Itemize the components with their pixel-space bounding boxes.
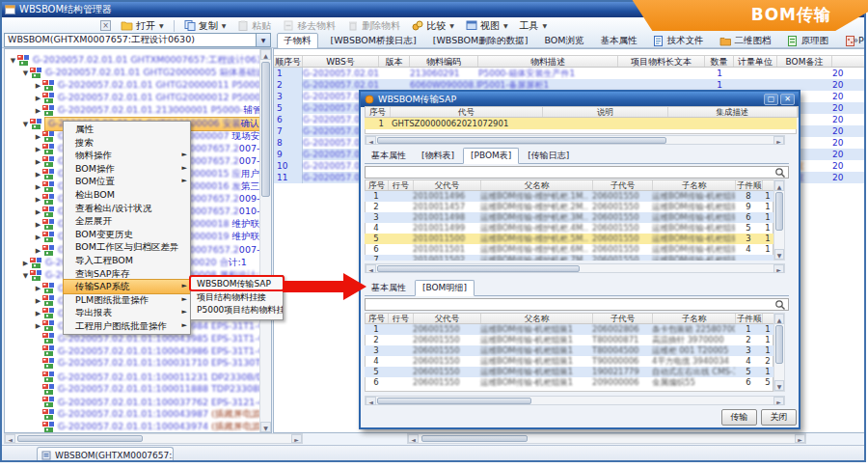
detail-row[interactable]: 4206001550运维BOM传输-机柜组装1T900000064平方电缆 39… — [365, 356, 773, 367]
tab-3[interactable]: [WBSBOM删除的数据] — [429, 34, 532, 48]
toolbar-button-6[interactable]: 比较▼ — [407, 18, 459, 34]
scroll-down-icon[interactable]: ▼ — [774, 249, 784, 260]
dock-icon[interactable]: × — [100, 20, 111, 31]
collapse-arrow-icon[interactable]: ▶ — [34, 133, 42, 141]
collapse-arrow-icon[interactable]: ▶ — [34, 234, 42, 241]
bom-detail-search-input[interactable] — [365, 298, 789, 311]
collapse-arrow-icon[interactable]: ▶ — [34, 221, 42, 229]
collapse-arrow-icon[interactable]: ▶ — [34, 82, 42, 90]
expand-arrow-icon[interactable]: ▼ — [21, 121, 30, 128]
collapse-arrow-icon[interactable]: ▶ — [34, 158, 42, 166]
hscroll-thumb[interactable] — [377, 398, 531, 404]
table-horizontal-scrollbar[interactable]: ◄ ► — [407, 433, 806, 444]
detail-row[interactable]: 22010011457运维BOM传输-维护机柜.2M..206001550运维B… — [365, 202, 773, 212]
collapse-arrow-icon[interactable]: ▶ — [34, 107, 42, 115]
table-hscroll-thumb[interactable] — [421, 435, 528, 442]
submenu-item-3[interactable]: P5000项目结构物料挂接 — [191, 304, 283, 317]
tree-item[interactable]: G-2020057.02.01.01:100043986 EPS-31T1-G-… — [34, 344, 259, 357]
menu-item-8[interactable]: 全层展开 — [64, 214, 190, 228]
collapse-arrow-icon[interactable]: ▶ — [34, 310, 42, 317]
tree-item[interactable]: G-2020057.02.01.01:100031710 EPS-3130T1-… — [34, 357, 259, 370]
dialog-close-button[interactable]: 关闭 — [761, 409, 797, 426]
detail-row[interactable]: 72010011502运维BOM传输-维护机柜.7M..206001550运维B… — [365, 255, 773, 261]
tab-2[interactable]: [WBSBOM桥接日志] — [327, 34, 420, 48]
detail-row[interactable]: 6206001550运维BOM传输-机柜组装1209000006金属编织5565 — [365, 377, 773, 388]
collapse-arrow-icon[interactable]: ▶ — [34, 247, 42, 255]
menu-item-6[interactable]: 检出BOM — [64, 188, 190, 202]
detail-row[interactable]: 42010011499运维BOM传输-维护机柜.4M..206001550运维B… — [365, 223, 773, 234]
table-row[interactable]: 1G-2020057.02.01.01213060291P5000-箱体安装生产… — [274, 68, 866, 79]
menu-item-13[interactable]: 传输SAP系统► — [64, 280, 190, 293]
collapse-arrow-icon[interactable]: ▶ — [34, 95, 42, 102]
expand-arrow-icon[interactable]: ▼ — [9, 57, 17, 65]
menu-item-12[interactable]: 查询SAP库存 — [64, 267, 190, 281]
menu-item-3[interactable]: 物料操作► — [64, 149, 190, 162]
collapse-arrow-icon[interactable]: ▶ — [34, 196, 42, 204]
menu-item-10[interactable]: BOM工作区与归档区差异 — [64, 240, 190, 254]
detail-row[interactable]: 3206001550运维BOM传输-机柜组装1T80004500运维柜 001 … — [365, 345, 773, 356]
tree-scroll-thumb[interactable] — [261, 62, 270, 197]
scroll-right-icon[interactable]: ► — [291, 434, 302, 443]
collapse-arrow-icon[interactable]: ▶ — [34, 183, 42, 191]
submenu-item-2[interactable]: 项目结构物料挂接 — [191, 291, 283, 305]
collapse-arrow-icon[interactable]: ▶ — [34, 297, 42, 305]
bom-selector[interactable]: WBSBOM(GHTXM0007657:工程设计0630) ▼ — [4, 33, 271, 47]
menu-item-15[interactable]: 导出报表► — [64, 306, 190, 319]
scroll-left-icon[interactable]: ◄ — [366, 264, 376, 273]
pbom-vscrollbar[interactable]: ▲ ▼ — [773, 179, 785, 261]
tree-vertical-scrollbar[interactable]: ▲ ▼ — [259, 49, 271, 432]
expand-arrow-icon[interactable]: ▼ — [21, 272, 30, 280]
tab-1[interactable]: 子物料 — [277, 33, 318, 49]
tab-6[interactable]: 技术文件 — [649, 34, 707, 48]
tab-8[interactable]: 原理图 — [783, 34, 832, 48]
detail-row[interactable]: 32010011498运维BOM传输-维护机柜.3M..206001550运维B… — [365, 212, 773, 223]
scroll-up-icon[interactable]: ▲ — [774, 314, 784, 324]
tab-5[interactable]: 基本属性 — [596, 34, 640, 48]
tree-item[interactable]: G-2020057.02.01.01:100011888 TDP23308P/B… — [34, 383, 259, 396]
pbom-hscrollbar[interactable]: ◄ ► — [365, 263, 785, 273]
scroll-up-icon[interactable]: ▲ — [260, 49, 271, 60]
scroll-down-icon[interactable]: ▼ — [260, 422, 271, 432]
vscroll-thumb[interactable] — [775, 325, 783, 364]
scroll-up-icon[interactable]: ▲ — [774, 180, 784, 191]
document-tab[interactable]: WBSBOM(GHTXM0007657:工程.. × — [37, 447, 174, 462]
toolbar-button-8[interactable]: 工具▼ — [515, 18, 553, 34]
tree-item[interactable]: ▶G-2020057.02.01.01.213000001 P5000-辅管辅助… — [34, 104, 259, 117]
toolbar-button-2[interactable]: 复制▼ — [179, 18, 231, 34]
tab-7[interactable]: 二维图档 — [716, 34, 774, 48]
detail-row[interactable]: 1206001550运维BOM传输-机柜组装1206002806条卡包装箱 22… — [365, 324, 773, 335]
toolbar-button-7[interactable]: 视图▼ — [461, 18, 513, 34]
tab-4[interactable]: BOM浏览 — [540, 34, 587, 48]
menu-item-1[interactable]: 属性 — [64, 123, 190, 136]
detail-row[interactable]: 12010011496运维BOM传输-维护机柜.1M..206001550运维B… — [365, 191, 773, 202]
collapse-arrow-icon[interactable]: ▶ — [34, 285, 42, 292]
menu-item-9[interactable]: BOM变更历史 — [64, 228, 190, 241]
collapse-arrow-icon[interactable]: ▶ — [34, 322, 42, 330]
tree-hscroll-thumb[interactable] — [17, 435, 143, 442]
scroll-left-icon[interactable]: ◄ — [5, 434, 15, 443]
scroll-right-icon[interactable]: ► — [773, 397, 784, 405]
scroll-right-icon[interactable]: ► — [773, 264, 784, 273]
menu-item-7[interactable]: 查看检出/设计状况 — [64, 202, 190, 215]
dialog-tab-2[interactable]: [BOM明细] — [415, 280, 475, 296]
tree-item[interactable]: ▶G-2020057.02.01.01 GHTG20000012 P5000-辅… — [34, 92, 259, 104]
tree-item[interactable]: G-2020057.02.01.01:100037762 EPS-3121-4-… — [34, 396, 259, 408]
tree-item[interactable]: ▶G-2020057.02.01.01 GHTG20000011 P5000-配… — [34, 79, 259, 92]
tree-horizontal-scrollbar[interactable]: ◄ ► — [4, 433, 303, 444]
bom-detail-hscrollbar[interactable]: ◄ ► — [365, 396, 785, 405]
scroll-left-icon[interactable]: ◄ — [366, 397, 376, 405]
scroll-left-icon[interactable]: ◄ — [408, 434, 419, 443]
expand-arrow-icon[interactable]: ▼ — [21, 69, 30, 77]
collapse-arrow-icon[interactable]: ▶ — [34, 208, 42, 216]
scroll-down-icon[interactable]: ▼ — [774, 380, 784, 391]
vscroll-thumb[interactable] — [775, 192, 783, 231]
tree-item[interactable]: ▼G-2020057.02.01.01 GHTXM0007657:工程设计063… — [9, 54, 259, 67]
dialog-tab-1[interactable]: 基本属性 — [365, 281, 413, 295]
menu-item-16[interactable]: 工程用户图纸批量操作► — [64, 319, 190, 333]
menu-item-4[interactable]: BOM操作► — [64, 162, 190, 176]
menu-item-5[interactable]: BOM位置► — [64, 175, 190, 188]
tree-item[interactable]: G-2020057.02.01.01:100043987 (插藏屏电源头) EP… — [34, 408, 259, 421]
detail-row[interactable]: 62010011501运维BOM传输-维护机柜.6M..206001550运维B… — [365, 244, 773, 255]
detail-row[interactable]: 52010011500运维BOM传输-维护机柜.5M..206001550运维B… — [365, 234, 773, 244]
tree-item[interactable]: G-2020057.02.01.01:100043974 (插藏屏电源头) EP… — [34, 421, 259, 432]
